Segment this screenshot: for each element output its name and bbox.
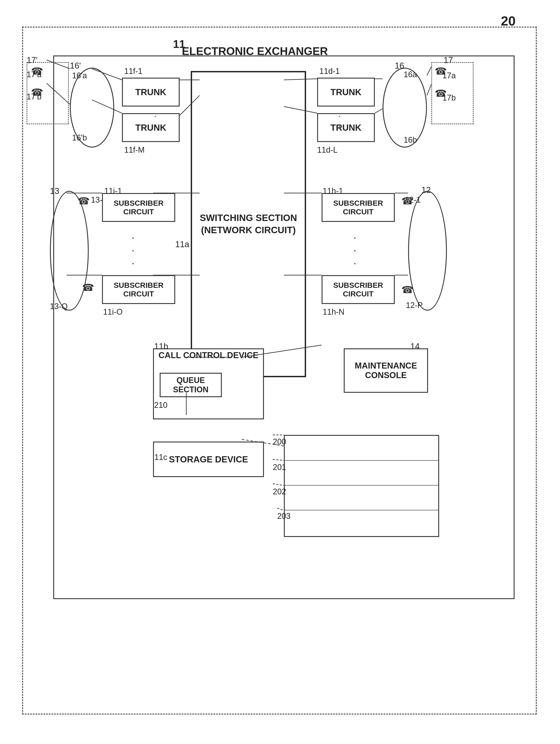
dots-left-sub: · · · <box>129 231 137 266</box>
storage-row-0 <box>285 436 438 461</box>
label-11h-1: 11h-1 <box>323 186 343 196</box>
label-16prime: 16' <box>70 61 81 71</box>
label-12: 12 <box>422 185 431 195</box>
figure-number: 20 <box>501 13 516 29</box>
label-17b: 17b <box>442 93 456 103</box>
storage-device-label: STORAGE DEVICE <box>169 454 248 464</box>
label-17prime-a: 17'a <box>27 70 41 79</box>
storage-row-1 <box>285 461 438 485</box>
queue-section-box: QUEUE SECTION <box>160 373 222 397</box>
tel-sub-left-q: ☎ <box>82 282 94 293</box>
oval-sub-right <box>408 191 447 311</box>
label-200: 200 <box>273 437 286 446</box>
storage-row-3 <box>285 510 438 536</box>
storage-row-2 <box>285 485 438 510</box>
label-17a: 17a <box>442 71 456 80</box>
label-17: 17 <box>444 55 453 65</box>
tel-sub-left-1: ☎ <box>78 195 90 207</box>
diagram-container: 11 ELECTRONIC EXCHANGER SWITCHING SECTIO… <box>22 27 537 714</box>
label-16a: 16a <box>404 70 417 79</box>
maintenance-console-label: MAINTENANCE CONSOLE <box>345 361 427 380</box>
label-16prime-b: 16'b <box>72 133 87 143</box>
tel-sub-right-1: ☎ <box>401 195 414 207</box>
trunk-right-1: TRUNK <box>317 78 375 107</box>
label-13: 13 <box>50 186 59 196</box>
sub-circuit-left-1: SUBSCRIBERCIRCUIT <box>102 193 175 222</box>
trunk-left-m: TRUNK <box>122 113 179 142</box>
trunk-left-1: TRUNK <box>122 78 179 107</box>
label-11f-m: 11f-M <box>124 145 145 155</box>
label-11c: 11c <box>154 453 167 462</box>
dots-right-trunk: · · <box>335 111 344 113</box>
label-13-q: 13-Q <box>50 302 68 311</box>
label-16: 16 <box>395 61 404 71</box>
queue-section-label: QUEUE SECTION <box>161 376 221 394</box>
label-201: 201 <box>273 462 286 472</box>
label-12-p: 12-P <box>406 301 423 310</box>
page: 20 11 ELECTRONIC EXCHANGER SWITCHING SEC… <box>0 0 560 744</box>
label-14: 14 <box>410 342 419 351</box>
label-16prime-a: 16'a <box>72 71 87 80</box>
label-11a: 11a <box>175 239 189 249</box>
label-11b: 11b <box>154 342 168 351</box>
sub-circuit-left-o: SUBSCRIBERCIRCUIT <box>102 275 175 304</box>
storage-table <box>284 435 439 537</box>
call-control-label: CALL CONTROL DEVICE <box>155 350 262 360</box>
label-202: 202 <box>273 487 286 496</box>
label-11d-l: 11d-L <box>317 145 337 155</box>
sub-circuit-right-1: SUBSCRIBERCIRCUIT <box>322 193 395 222</box>
sub-circuit-right-n: SUBSCRIBERCIRCUIT <box>322 275 395 304</box>
switching-section-label: SWITCHING SECTION(NETWORK CIRCUIT) <box>191 71 306 377</box>
label-210: 210 <box>154 401 167 410</box>
label-17prime: 17' <box>27 55 38 65</box>
maintenance-console-box: MAINTENANCE CONSOLE <box>344 348 428 393</box>
storage-device-box: STORAGE DEVICE <box>153 442 264 477</box>
label-16b: 16b <box>404 135 417 145</box>
label-11i-1: 11i-1 <box>104 186 122 196</box>
label-203: 203 <box>277 512 290 521</box>
tel-sub-right-p: ☎ <box>401 284 414 295</box>
label-11f-1: 11f-1 <box>124 67 143 76</box>
dots-left-trunk: · · <box>151 111 160 113</box>
label-11h-n: 11h-N <box>323 307 345 317</box>
label-11d-1: 11d-1 <box>319 67 340 76</box>
label-11i-o: 11i-O <box>103 307 123 317</box>
dots-right-sub: · · · <box>350 231 359 266</box>
trunk-right-l: TRUNK <box>317 113 375 142</box>
label-17prime-b: 17'b <box>27 92 41 101</box>
